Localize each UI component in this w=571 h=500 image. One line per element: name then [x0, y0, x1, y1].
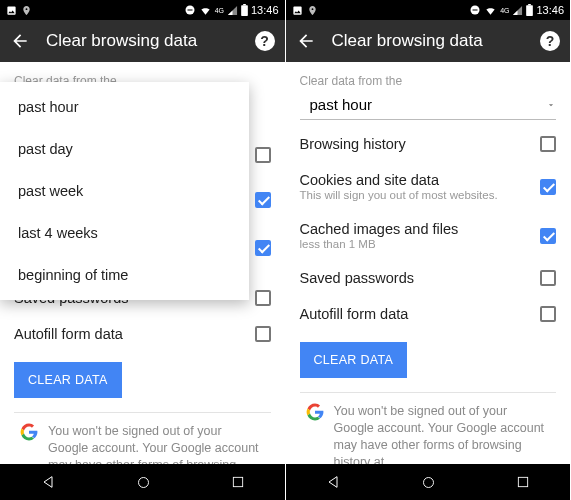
checkbox[interactable] — [255, 240, 271, 256]
nav-bar — [286, 464, 571, 500]
wifi-icon — [484, 5, 497, 16]
notice-text: You won't be signed out of your Google a… — [334, 403, 551, 471]
dropdown-option[interactable]: past hour — [0, 86, 249, 128]
svg-rect-2 — [241, 5, 248, 16]
nav-home-icon[interactable] — [136, 475, 151, 490]
battery-icon — [526, 4, 533, 16]
checkbox[interactable] — [255, 192, 271, 208]
back-arrow-icon[interactable] — [10, 31, 30, 51]
nav-recent-icon[interactable] — [516, 475, 530, 489]
screen-right: 4G 13:46 Clear browsing data ? Clear dat… — [286, 0, 572, 500]
dnd-icon — [184, 4, 196, 16]
checkbox[interactable] — [540, 306, 556, 322]
signal-icon — [512, 5, 523, 16]
svg-rect-3 — [243, 4, 246, 5]
network-label: 4G — [215, 7, 224, 14]
list-item[interactable]: Saved passwords — [300, 260, 557, 296]
nav-back-icon[interactable] — [325, 474, 341, 490]
dnd-icon — [469, 4, 481, 16]
svg-point-10 — [424, 477, 434, 487]
item-subtitle: less than 1 MB — [300, 238, 533, 250]
item-title: Saved passwords — [300, 270, 533, 286]
network-label: 4G — [500, 7, 509, 14]
checkbox[interactable] — [255, 326, 271, 342]
dropdown-option[interactable]: last 4 weeks — [0, 212, 249, 254]
item-title: Autofill form data — [14, 326, 247, 342]
svg-point-4 — [138, 477, 148, 487]
clear-data-button[interactable]: CLEAR DATA — [14, 362, 122, 398]
clock: 13:46 — [536, 4, 564, 16]
list-item[interactable]: Autofill form data — [300, 296, 557, 332]
svg-rect-5 — [233, 477, 242, 486]
nav-recent-icon[interactable] — [231, 475, 245, 489]
checkbox[interactable] — [255, 290, 271, 306]
nav-bar — [0, 464, 285, 500]
list-item[interactable]: Autofill form data — [14, 316, 271, 352]
item-title: Cookies and site data — [300, 172, 533, 188]
page-title: Clear browsing data — [46, 31, 255, 51]
time-range-value: past hour — [300, 96, 547, 113]
nav-home-icon[interactable] — [421, 475, 436, 490]
screen-left: 4G 13:46 Clear browsing data ? Clear dat… — [0, 0, 286, 500]
svg-rect-11 — [518, 477, 527, 486]
location-icon — [21, 5, 32, 16]
item-title: Browsing history — [300, 136, 533, 152]
clock: 13:46 — [251, 4, 279, 16]
checkbox[interactable] — [255, 147, 271, 163]
svg-rect-1 — [187, 10, 192, 11]
image-icon — [6, 5, 17, 16]
notice-box: You won't be signed out of your Google a… — [300, 392, 557, 471]
section-label: Clear data from the — [300, 74, 557, 88]
location-icon — [307, 5, 318, 16]
app-bar: Clear browsing data ? — [0, 20, 285, 62]
help-icon[interactable]: ? — [255, 31, 275, 51]
back-arrow-icon[interactable] — [296, 31, 316, 51]
dropdown-caret-icon — [546, 100, 556, 110]
image-icon — [292, 5, 303, 16]
status-bar: 4G 13:46 — [286, 0, 571, 20]
item-subtitle: This will sign you out of most websites. — [300, 189, 533, 201]
clear-data-button[interactable]: CLEAR DATA — [300, 342, 408, 378]
time-range-select[interactable]: past hour — [300, 88, 557, 120]
time-range-dropdown: past hour past day past week last 4 week… — [0, 82, 249, 300]
wifi-icon — [199, 5, 212, 16]
signal-icon — [227, 5, 238, 16]
list-item[interactable]: Browsing history — [300, 126, 557, 162]
item-title: Autofill form data — [300, 306, 533, 322]
dropdown-option[interactable]: past day — [0, 128, 249, 170]
google-logo-icon — [306, 403, 324, 471]
item-title: Cached images and files — [300, 221, 533, 237]
list-item[interactable]: Cached images and files less than 1 MB — [300, 211, 557, 260]
checkbox[interactable] — [540, 270, 556, 286]
list-item[interactable]: Cookies and site data This will sign you… — [300, 162, 557, 211]
status-bar: 4G 13:46 — [0, 0, 285, 20]
svg-rect-8 — [527, 5, 534, 16]
help-icon[interactable]: ? — [540, 31, 560, 51]
checkbox[interactable] — [540, 228, 556, 244]
dropdown-option[interactable]: beginning of time — [0, 254, 249, 296]
svg-rect-9 — [529, 4, 532, 5]
page-title: Clear browsing data — [332, 31, 541, 51]
checkbox[interactable] — [540, 179, 556, 195]
checkbox[interactable] — [540, 136, 556, 152]
svg-rect-7 — [473, 10, 478, 11]
dropdown-option[interactable]: past week — [0, 170, 249, 212]
battery-icon — [241, 4, 248, 16]
app-bar: Clear browsing data ? — [286, 20, 571, 62]
nav-back-icon[interactable] — [40, 474, 56, 490]
